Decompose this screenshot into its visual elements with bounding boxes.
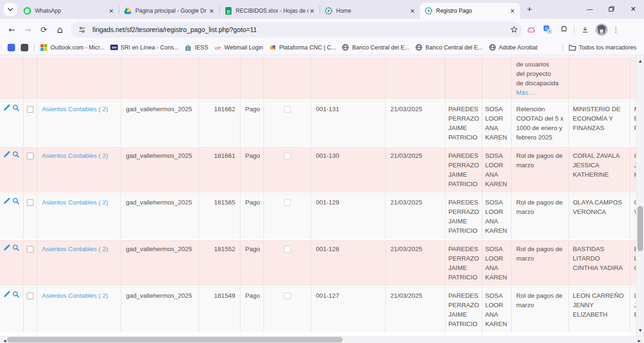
code-cell: 001-129 xyxy=(311,194,386,239)
back-button[interactable]: ← xyxy=(5,23,19,37)
more-link[interactable]: Más ... xyxy=(516,88,564,98)
forward-button[interactable]: → xyxy=(21,23,35,37)
view-magnifier-icon[interactable] xyxy=(12,244,20,254)
tab-whatsapp[interactable]: WhatsApp ✕ xyxy=(19,3,119,19)
asientos-contables-link[interactable]: Asientos Contables ( 2) xyxy=(42,292,108,299)
edit-icon[interactable] xyxy=(3,291,10,301)
url-text[interactable]: fingads.net/sf2/tesoreria/registro_pago_… xyxy=(92,26,508,33)
row-checkbox[interactable] xyxy=(27,199,33,206)
tab-registro-pago[interactable]: Registro Pago ✕ xyxy=(420,3,520,19)
database-cell: gad_vallehermos_2025 xyxy=(121,101,199,146)
tab-close-icon[interactable]: ✕ xyxy=(409,7,416,15)
vertical-scroll-thumb[interactable] xyxy=(637,206,643,251)
asientos-contables-link[interactable]: Asientos Contables ( 2) xyxy=(42,245,108,253)
view-magnifier-icon[interactable] xyxy=(12,197,20,208)
scroll-up-arrow-icon[interactable]: ▲ xyxy=(636,57,644,65)
bookmark-blue-app[interactable] xyxy=(5,42,18,53)
tab-search-button[interactable] xyxy=(4,3,17,16)
bookmark-adobe-acrobat[interactable]: Adobe Acrobat xyxy=(486,42,540,53)
type-cell: Pago xyxy=(240,241,264,286)
beneficiary-cell: BASTIDAS LITARDO CINTHIA YADIRA xyxy=(569,241,630,286)
tab-title: Registro Pago xyxy=(436,8,509,14)
bookmark-star-icon[interactable] xyxy=(508,24,520,35)
edit-icon[interactable] xyxy=(3,244,10,254)
cnc-icon xyxy=(269,44,276,51)
extensions-icon[interactable] xyxy=(558,24,570,35)
table-row: Asientos Contables ( 2) gad_vallehermos_… xyxy=(0,240,636,287)
row-checkbox-disabled xyxy=(284,199,291,206)
number-cell: 181552 xyxy=(199,241,240,286)
asientos-contables-link[interactable]: Asientos Contables ( 2) xyxy=(42,106,108,113)
table-body: Asientos Contables ( 2) gad_vallehermos_… xyxy=(0,100,636,334)
home-button[interactable]: ⌂ xyxy=(53,23,67,37)
restore-button[interactable] xyxy=(601,0,622,18)
menu-kebab-icon[interactable]: ⋮ xyxy=(612,25,619,34)
whatsapp-icon xyxy=(24,7,31,15)
description-cell: Retención COOTAD del 5 x 1000 de enero y… xyxy=(512,101,569,146)
row-checkbox[interactable] xyxy=(27,106,33,113)
asientos-contables-link[interactable]: Asientos Contables ( 2) xyxy=(42,199,108,206)
minimize-button[interactable]: — xyxy=(579,0,601,18)
date-cell: 21/03/2025 xyxy=(386,147,446,193)
database-cell: gad_vallehermos_2025 xyxy=(121,241,199,286)
beneficiary-cell: CORAL ZAVALA JESSICA KATHERINE xyxy=(569,147,630,193)
tab-google-drive[interactable]: Página principal - Google Dr ✕ xyxy=(119,3,219,19)
bookmark-gray-app[interactable] xyxy=(18,42,31,53)
row-checkbox-disabled xyxy=(284,246,291,253)
edit-icon[interactable] xyxy=(3,151,10,161)
bookmark-plataforma-cnc[interactable]: Plataforma CNC | C... xyxy=(266,42,339,53)
tab-home[interactable]: Home ✕ xyxy=(320,3,420,19)
all-bookmarks-button[interactable]: Todos los marcadores xyxy=(566,42,639,53)
tab-close-icon[interactable]: ✕ xyxy=(208,7,215,15)
registrar-cell: SOSA LOOR ANA KAREN xyxy=(482,101,512,146)
horizontal-scrollbar[interactable]: ◀ ▶ xyxy=(0,336,644,343)
date-cell: 21/03/2025 xyxy=(386,194,446,239)
beneficiary-clipped-cell: LEON CARREÑO JENNY ELIZABETH xyxy=(630,287,636,333)
scroll-down-arrow-icon[interactable]: ▼ xyxy=(636,327,644,334)
edit-icon[interactable] xyxy=(3,104,10,114)
beneficiary-clipped-cell: MINISTERIO DE ECONOMÍA Y FINANZAS xyxy=(630,101,636,146)
horizontal-scroll-thumb[interactable] xyxy=(7,337,343,343)
tab-strip: WhatsApp ✕ Página principal - Google Dr … xyxy=(0,0,644,19)
table-row-partial: de usuarios del proyecto de discapacida … xyxy=(0,57,636,100)
view-magnifier-icon[interactable] xyxy=(12,104,20,114)
close-window-button[interactable]: ✕ xyxy=(622,0,644,18)
bookmark-banco-central-2[interactable]: Banco Central del E... xyxy=(413,42,486,53)
tab-close-icon[interactable]: ✕ xyxy=(308,7,316,15)
edit-icon[interactable] xyxy=(3,197,10,208)
database-cell: gad_vallehermos_2025 xyxy=(121,194,199,239)
address-bar[interactable]: fingads.net/sf2/tesoreria/registro_pago_… xyxy=(71,22,522,38)
row-checkbox[interactable] xyxy=(27,153,33,159)
vertical-scrollbar[interactable]: ▲ ▼ xyxy=(636,55,644,336)
bookmark-banco-central-1[interactable]: Banco Central del E... xyxy=(339,42,413,53)
svg-text:SRI: SRI xyxy=(111,46,116,49)
bookmark-iess[interactable]: IESS xyxy=(182,42,211,53)
new-tab-button[interactable]: + xyxy=(523,3,536,16)
bookmarks-bar: Outlook.com - Micr... SRI SRI en Línea -… xyxy=(0,40,644,55)
database-cell: gad_vallehermos_2025 xyxy=(121,147,199,193)
bookmark-outlook[interactable]: Outlook.com - Micr... xyxy=(37,42,107,53)
sri-icon: SRI xyxy=(110,44,118,51)
site-settings-icon[interactable] xyxy=(76,24,88,35)
asientos-contables-link[interactable]: Asientos Contables ( 2) xyxy=(42,152,108,159)
bookmark-webmail[interactable]: cP Webmail Login xyxy=(211,42,266,53)
row-checkbox[interactable] xyxy=(27,246,33,253)
reload-button[interactable]: ⟳ xyxy=(37,23,51,37)
weather-extension-icon[interactable] xyxy=(526,24,537,35)
table-row: Asientos Contables ( 2) gad_vallehermos_… xyxy=(0,147,636,194)
row-checkbox-disabled xyxy=(284,153,291,159)
row-checkbox[interactable] xyxy=(27,293,33,299)
tab-close-icon[interactable]: ✕ xyxy=(107,7,115,15)
tab-close-icon[interactable]: ✕ xyxy=(509,7,516,15)
svg-text:A: A xyxy=(548,30,551,33)
view-magnifier-icon[interactable] xyxy=(12,291,20,301)
downloads-icon[interactable] xyxy=(579,24,591,35)
translate-icon[interactable]: GA xyxy=(542,24,553,35)
bookmark-sri[interactable]: SRI SRI en Línea - Cons... xyxy=(107,42,182,53)
iess-icon xyxy=(184,44,192,51)
view-magnifier-icon[interactable] xyxy=(12,151,20,161)
tab-sheets[interactable]: RECIBIDOS.xlsx - Hojas de cá ✕ xyxy=(220,3,320,19)
restore-icon xyxy=(609,6,614,12)
profile-avatar[interactable] xyxy=(595,24,608,36)
scroll-right-arrow-icon[interactable]: ▶ xyxy=(636,337,643,343)
